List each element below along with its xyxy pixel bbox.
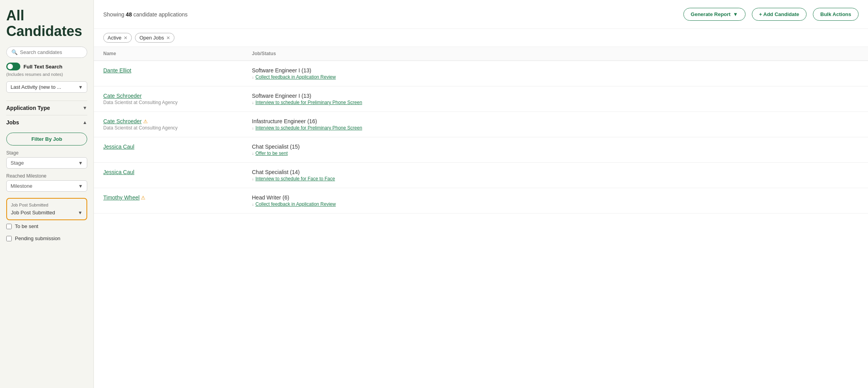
status-link[interactable]: Interview to schedule for Preliminary Ph… — [255, 100, 362, 105]
to-be-sent-label: To be sent — [15, 223, 38, 229]
sidebar: All Candidates 🔍 Full Text Search (Inclu… — [0, 0, 94, 388]
search-input[interactable] — [20, 49, 82, 55]
status-link[interactable]: Collect feedback in Application Review — [255, 74, 336, 80]
showing-suffix: candidate applications — [133, 11, 188, 18]
col-job-status-header: Job/Status — [252, 51, 859, 56]
candidate-name[interactable]: Dante Elliot — [103, 67, 131, 74]
candidate-name[interactable]: Jessica Caul — [103, 144, 134, 150]
job-title: Software Engineer I (13) — [252, 67, 859, 74]
stage-filter-label: Stage — [6, 150, 87, 156]
status-link[interactable]: Interview to schedule for Face to Face — [255, 176, 335, 181]
generate-report-label: Generate Report — [691, 11, 731, 17]
table-header: Name Job/Status — [94, 47, 868, 61]
to-be-sent-checkbox-row[interactable]: To be sent — [6, 220, 87, 232]
full-text-row: Full Text Search — [6, 63, 87, 70]
pending-submission-label: Pending submission — [15, 235, 60, 241]
status-arrow-icon: ↓ — [252, 151, 254, 156]
table-row: Dante ElliotSoftware Engineer I (13)↓Col… — [94, 61, 868, 86]
open-jobs-filter-tag[interactable]: Open Jobs ✕ — [135, 33, 174, 43]
job-status-row: ↓Interview to schedule for Face to Face — [252, 176, 859, 181]
col-name-header: Name — [103, 51, 252, 56]
main-content: Showing 48 candidate applications Genera… — [94, 0, 868, 388]
job-title: Head Writer (6) — [252, 194, 859, 201]
job-status-row: ↓Interview to schedule for Preliminary P… — [252, 125, 859, 131]
status-arrow-icon: ↓ — [252, 101, 254, 105]
milestone-filter-label: Reached Milestone — [6, 173, 87, 179]
job-post-submitted-select[interactable]: Job Post Submitted ▼ — [11, 210, 83, 216]
showing-text: Showing 48 candidate applications — [103, 11, 677, 18]
filter-tags: Active ✕ Open Jobs ✕ — [94, 29, 868, 47]
candidate-name-col: Dante Elliot — [103, 67, 252, 74]
stage-select[interactable]: Stage ▼ — [6, 157, 87, 169]
application-type-label: Application Type — [6, 105, 50, 111]
sort-chevron-icon: ▼ — [78, 84, 83, 90]
status-arrow-icon: ↓ — [252, 126, 254, 130]
warning-icon: ⚠ — [142, 119, 148, 124]
stage-chevron-icon: ▼ — [78, 160, 83, 166]
job-status-row: ↓Collect feedback in Application Review — [252, 74, 859, 80]
job-post-submitted-label: Job Post Submitted — [11, 203, 83, 207]
pending-submission-checkbox-row[interactable]: Pending submission — [6, 232, 87, 244]
generate-report-button[interactable]: Generate Report ▼ — [683, 8, 746, 21]
search-icon: 🔍 — [11, 49, 18, 55]
sort-label: Last Activity (new to ... — [11, 84, 61, 90]
pending-submission-checkbox[interactable] — [6, 236, 12, 241]
candidate-name-col: Cate Schroeder ⚠Data Scientist at Consul… — [103, 118, 252, 131]
candidate-name-col: Jessica Caul — [103, 169, 252, 175]
milestone-chevron-icon: ▼ — [78, 183, 83, 189]
bulk-actions-button[interactable]: Bulk Actions — [813, 8, 859, 21]
job-status-row: ↓Interview to schedule for Preliminary P… — [252, 100, 859, 105]
page-title: All Candidates — [6, 8, 87, 39]
table-row: Cate SchroederData Scientist at Consulti… — [94, 86, 868, 112]
open-jobs-tag-remove-icon[interactable]: ✕ — [166, 35, 170, 41]
job-title: Chat Specialist (14) — [252, 169, 859, 175]
candidate-name[interactable]: Timothy Wheel — [103, 194, 140, 201]
active-tag-label: Active — [108, 35, 121, 41]
status-link[interactable]: Interview to schedule for Preliminary Ph… — [255, 125, 362, 131]
job-title: Software Engineer I (13) — [252, 93, 859, 99]
jobs-chevron-icon: ▲ — [83, 120, 87, 125]
candidate-name[interactable]: Cate Schroeder — [103, 118, 142, 124]
candidate-sub: Data Scientist at Consulting Agency — [103, 100, 252, 105]
job-title: Infastructure Engineer (16) — [252, 118, 859, 124]
search-box[interactable]: 🔍 — [6, 47, 87, 58]
milestone-select[interactable]: Milestone ▼ — [6, 180, 87, 192]
milestone-value: Milestone — [11, 183, 32, 189]
job-title: Chat Specialist (15) — [252, 144, 859, 150]
job-status-col: Chat Specialist (15)↓Offer to be sent — [252, 144, 859, 156]
job-status-col: Infastructure Engineer (16)↓Interview to… — [252, 118, 859, 131]
status-arrow-icon: ↓ — [252, 75, 254, 79]
candidate-name[interactable]: Cate Schroeder — [103, 93, 142, 99]
job-post-submitted-section: Job Post Submitted Job Post Submitted ▼ — [6, 198, 87, 220]
status-link[interactable]: Collect feedback in Application Review — [255, 201, 336, 207]
table-row: Timothy Wheel ⚠Head Writer (6)↓Collect f… — [94, 188, 868, 214]
full-text-label: Full Text Search — [23, 64, 62, 70]
jobs-section[interactable]: Jobs ▲ — [6, 115, 87, 129]
showing-prefix: Showing — [103, 11, 126, 18]
application-type-chevron-icon: ▼ — [83, 105, 87, 111]
job-status-row: ↓Collect feedback in Application Review — [252, 201, 859, 207]
status-arrow-icon: ↓ — [252, 177, 254, 181]
active-filter-tag[interactable]: Active ✕ — [103, 33, 132, 43]
full-text-note: (Includes resumes and notes) — [6, 72, 87, 77]
table-row: Jessica CaulChat Specialist (14)↓Intervi… — [94, 163, 868, 188]
stage-value: Stage — [11, 160, 24, 166]
sort-select[interactable]: Last Activity (new to ... ▼ — [6, 81, 87, 93]
candidates-table: Name Job/Status Dante ElliotSoftware Eng… — [94, 47, 868, 388]
generate-report-chevron-icon: ▼ — [733, 11, 738, 17]
job-status-row: ↓Offer to be sent — [252, 151, 859, 156]
active-tag-remove-icon[interactable]: ✕ — [124, 35, 128, 41]
candidate-name[interactable]: Jessica Caul — [103, 169, 134, 175]
candidate-sub: Data Scientist at Consulting Agency — [103, 125, 252, 131]
full-text-toggle[interactable] — [6, 63, 20, 70]
filter-by-job-button[interactable]: Filter By Job — [6, 133, 87, 146]
job-status-col: Software Engineer I (13)↓Collect feedbac… — [252, 67, 859, 80]
warning-icon: ⚠ — [140, 195, 146, 201]
status-link[interactable]: Offer to be sent — [255, 151, 288, 156]
to-be-sent-checkbox[interactable] — [6, 224, 12, 229]
job-status-col: Software Engineer I (13)↓Interview to sc… — [252, 93, 859, 105]
add-candidate-button[interactable]: + Add Candidate — [752, 8, 807, 21]
application-type-section[interactable]: Application Type ▼ — [6, 101, 87, 115]
table-row: Cate Schroeder ⚠Data Scientist at Consul… — [94, 112, 868, 137]
job-status-col: Head Writer (6)↓Collect feedback in Appl… — [252, 194, 859, 207]
